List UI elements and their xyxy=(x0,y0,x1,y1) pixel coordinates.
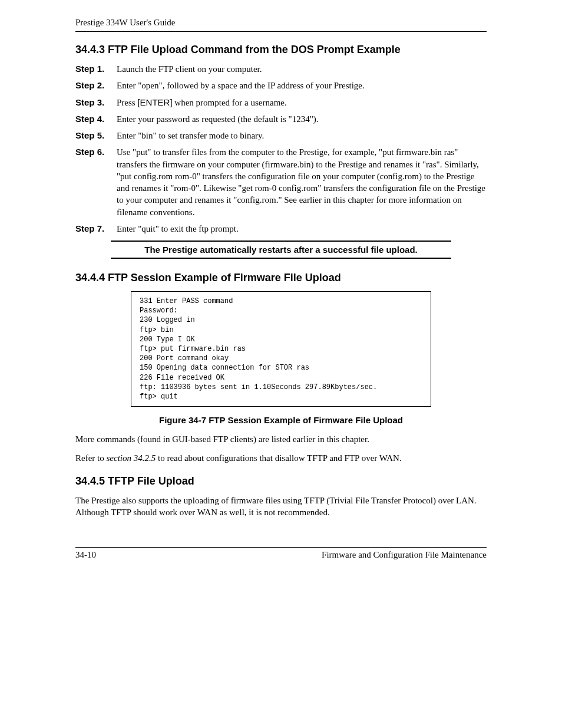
step-text: Enter "quit" to exit the ftp prompt. xyxy=(117,223,487,235)
step-row: Step 7. Enter "quit" to exit the ftp pro… xyxy=(75,223,487,235)
steps-list: Step 1. Launch the FTP client on your co… xyxy=(75,63,487,235)
step-text: Enter your password as requested (the de… xyxy=(117,113,487,125)
para-text: Refer to xyxy=(75,453,106,463)
step-label: Step 2. xyxy=(75,80,117,91)
step-label: Step 7. xyxy=(75,223,117,235)
step-label: Step 4. xyxy=(75,113,117,125)
body-paragraph: More commands (found in GUI-based FTP cl… xyxy=(75,433,487,445)
step-row: Step 2. Enter "open", followed by a spac… xyxy=(75,80,487,91)
step-row: Step 6. Use "put" to transfer files from… xyxy=(75,146,487,218)
step-row: Step 3. Press [ENTER] when prompted for … xyxy=(75,97,487,108)
step-row: Step 1. Launch the FTP client on your co… xyxy=(75,63,487,75)
enter-key: [ENTER] xyxy=(137,97,172,107)
heading-3443: 34.4.3 FTP File Upload Command from the … xyxy=(75,44,487,56)
step-label: Step 6. xyxy=(75,146,117,158)
body-paragraph: The Prestige also supports the uploading… xyxy=(75,495,487,519)
heading-3444: 34.4.4 FTP Session Example of Firmware F… xyxy=(75,272,487,284)
para-text: to read about configurations that disall… xyxy=(156,453,401,463)
step-row: Step 4. Enter your password as requested… xyxy=(75,113,487,125)
step-text: Press [ENTER] when prompted for a userna… xyxy=(117,97,487,108)
body-paragraph: Refer to section 34.2.5 to read about co… xyxy=(75,452,487,464)
step-row: Step 5. Enter "bin" to set transfer mode… xyxy=(75,130,487,141)
step-text: Enter "open", followed by a space and th… xyxy=(117,80,487,91)
step-label: Step 5. xyxy=(75,130,117,141)
note-box: The Prestige automatically restarts afte… xyxy=(111,241,451,259)
page-number: 34-10 xyxy=(75,550,96,560)
step-label: Step 3. xyxy=(75,97,117,108)
running-header: Prestige 334W User's Guide xyxy=(75,18,487,32)
heading-3445: 34.4.5 TFTP File Upload xyxy=(75,475,487,487)
step-text: Launch the FTP client on your computer. xyxy=(117,63,487,75)
step-label: Step 1. xyxy=(75,63,117,75)
step-text-after: when prompted for a username. xyxy=(173,98,287,107)
figure-caption: Figure 34-7 FTP Session Example of Firmw… xyxy=(75,415,487,425)
step-text: Enter "bin" to set transfer mode to bina… xyxy=(117,130,487,141)
code-box: 331 Enter PASS command Password: 230 Log… xyxy=(131,291,431,407)
page-footer: 34-10 Firmware and Configuration File Ma… xyxy=(75,547,487,560)
section-reference: section 34.2.5 xyxy=(106,453,156,463)
step-text-before: Press xyxy=(117,98,137,107)
step-text: Use "put" to transfer files from the com… xyxy=(117,146,487,218)
chapter-title: Firmware and Configuration File Maintena… xyxy=(322,550,487,560)
